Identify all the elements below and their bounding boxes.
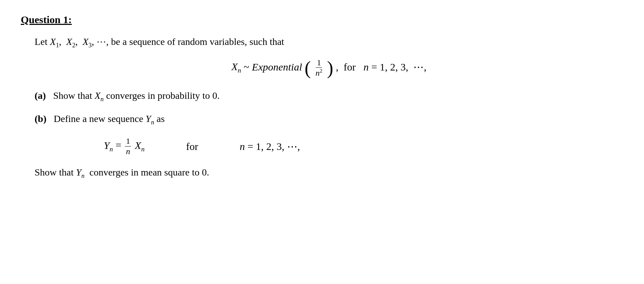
intro-cdots: , ⋯, — [92, 36, 109, 47]
yn-show: Yn — [76, 167, 85, 178]
frac-numerator: 1 — [316, 58, 322, 68]
n-squared: 2 — [320, 68, 322, 74]
part-b-text: Define a new sequence Yn as — [49, 113, 165, 124]
yn-xn: Xn — [135, 140, 145, 151]
yn-sub: n — [151, 119, 154, 125]
frac-denominator: n2 — [314, 68, 323, 78]
question-title: Question 1: — [21, 14, 623, 26]
left-paren: ( — [305, 57, 311, 78]
intro-x1: X — [50, 36, 56, 47]
intro-sub1: 1 — [56, 42, 59, 49]
part-b-label: (b) — [35, 113, 46, 124]
intro-line: Let X1, X2, X3, ⋯, be a sequence of rand… — [35, 36, 623, 49]
intro-rest: be a sequence of random variables, such … — [109, 36, 284, 47]
xn-part-a: Xn — [94, 90, 103, 101]
content-area: Let X1, X2, X3, ⋯, be a sequence of rand… — [35, 36, 623, 180]
yn-formula-lhs: Yn = 1 n Xn — [104, 136, 145, 157]
intro-comma2: , — [75, 36, 83, 47]
yn-xn-sub: n — [141, 145, 145, 153]
yn-formula: Yn = 1 n Xn for n = 1, 2, 3, ⋯, — [104, 136, 623, 157]
part-a-label: (a) — [35, 90, 46, 101]
part-a-text: Show that Xn converges in probability to… — [48, 90, 220, 101]
yn-frac: 1 n — [125, 136, 131, 157]
part-a: (a) Show that Xn converges in probabilit… — [35, 90, 623, 103]
part-b: (b) Define a new sequence Yn as — [35, 113, 623, 126]
intro-sub3: 3 — [89, 42, 92, 49]
yn-equals: = — [116, 140, 124, 151]
show-yn-suffix: converges in mean square to 0. — [84, 167, 209, 178]
xn-sub: n — [238, 67, 241, 74]
intro-comma1: , — [59, 36, 66, 47]
xn-symbol: Xn — [231, 61, 241, 72]
show-yn-prefix: Show that — [35, 167, 76, 178]
fraction-1-n2: 1 n2 — [314, 58, 323, 78]
right-paren: ) — [327, 57, 333, 78]
yn-rhs: n = 1, 2, 3, ⋯, — [240, 140, 300, 152]
show-yn-line: Show that Yn converges in mean square to… — [35, 167, 623, 180]
page-container: Question 1: Let X1, X2, X3, ⋯, be a sequ… — [21, 14, 623, 180]
intro-x3: X — [83, 36, 89, 47]
yn-frac-den: n — [125, 146, 131, 157]
distribution-formula: Xn ~ Exponential ( 1 n2 ) , for n = 1, 2… — [35, 58, 623, 78]
intro-x2: X — [66, 36, 72, 47]
intro-text-let: Let — [35, 36, 50, 47]
tilde-symbol: ~ — [244, 61, 252, 72]
intro-sub2: 2 — [72, 42, 75, 49]
yn-lhs-sub: n — [110, 145, 113, 153]
equals-sign: = 1, 2, 3, ⋯, — [371, 61, 426, 72]
yn-n-rhs: n — [240, 141, 245, 152]
yn-frac-num: 1 — [125, 136, 131, 146]
yn-lhs-y: Yn — [104, 140, 113, 151]
xn-sub-a: n — [101, 96, 104, 103]
n-var: n — [364, 61, 369, 72]
yn-seq: Yn — [146, 113, 154, 124]
yn-for-text: for — [186, 141, 198, 152]
for-text: , for — [336, 61, 361, 72]
exponential-word: Exponential — [252, 61, 302, 72]
